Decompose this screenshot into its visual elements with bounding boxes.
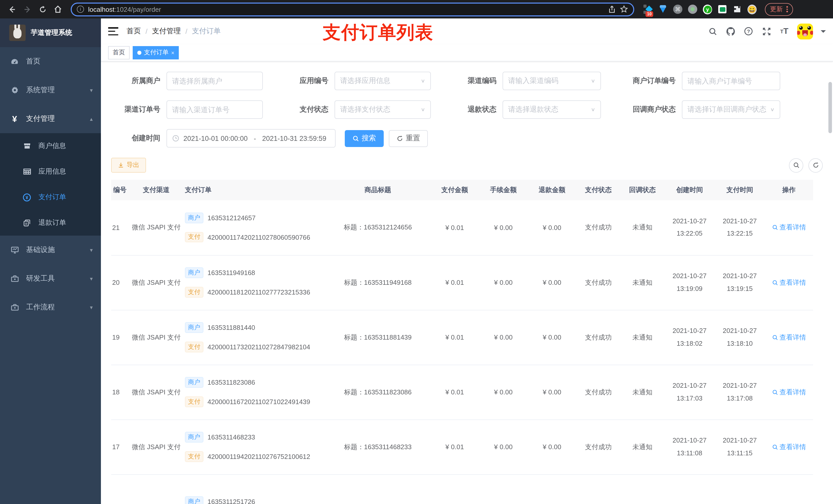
page-scrollbar-thumb[interactable] <box>828 82 832 133</box>
cell-fee: ¥ 0.00 <box>479 310 528 365</box>
table-row: 20 微信 JSAPI 支付 商户 1635311949168 支付 42000… <box>111 255 813 310</box>
sidebar-item-system[interactable]: 系统管理 ▾ <box>0 76 101 104</box>
view-detail-link[interactable]: 查看详情 <box>772 223 806 232</box>
export-button[interactable]: 导出 <box>111 158 146 173</box>
col-refund: 退款金额 <box>528 180 576 200</box>
extension-dev-icon[interactable]: 10 <box>643 5 653 14</box>
gear-icon <box>10 86 19 95</box>
sidebar-item-app-info[interactable]: 应用信息 <box>0 159 101 184</box>
font-size-icon[interactable]: TT <box>779 26 789 37</box>
sidebar-logo[interactable]: 芋道管理系统 <box>0 19 101 47</box>
fullscreen-icon[interactable] <box>761 26 771 37</box>
search-icon <box>772 224 778 231</box>
channel-order-no-input[interactable] <box>166 100 263 119</box>
cell-pay-order: 商户 1635312124657 支付 42000011742021102780… <box>183 200 325 255</box>
payment-submenu: 商户信息 应用信息 ¥ 支付订单 <box>0 133 101 236</box>
toggle-search-button[interactable] <box>789 158 803 172</box>
app-select[interactable]: 请选择应用信息 ∨ <box>335 72 431 90</box>
notify-status-select[interactable]: 请选择订单回调商户状态 ∨ <box>682 100 780 119</box>
share-icon[interactable] <box>608 5 616 13</box>
cell-status: 支付成功 <box>576 255 620 310</box>
bookmark-star-icon[interactable] <box>620 5 628 13</box>
merchant-order-no: 1635311823086 <box>208 379 255 386</box>
view-detail-link[interactable]: 查看详情 <box>772 333 806 342</box>
extension-gem-icon[interactable] <box>658 5 668 14</box>
search-icon <box>772 280 778 286</box>
tag-home[interactable]: 首页 <box>108 46 129 59</box>
cell-paid: 2021-10-2713:17:08 <box>715 365 765 419</box>
browser-home-button[interactable] <box>51 3 65 16</box>
date-range-picker[interactable]: 2021-10-01 00:00:00 - 2021-10-31 23:59:5… <box>166 129 336 147</box>
search-icon <box>353 135 359 142</box>
cell-channel: 微信 JSAPI 支付 <box>129 419 183 474</box>
date-start-value: 2021-10-01 00:00:00 <box>184 135 248 142</box>
search-icon[interactable] <box>708 26 718 37</box>
hamburger-icon[interactable] <box>108 27 118 35</box>
merchant-tag: 商户 <box>185 496 204 504</box>
filter-pay-status: 支付状态 请选择支付状态 ∨ <box>287 100 431 119</box>
merchant-order-no-input[interactable] <box>682 72 780 90</box>
table-row: 17 微信 JSAPI 支付 商户 1635311468233 支付 42000… <box>111 419 813 474</box>
search-button[interactable]: 搜索 <box>345 130 384 147</box>
cell-pay-order: 商户 1635311468233 支付 42000011942021102767… <box>183 419 325 474</box>
tag-close-icon[interactable]: × <box>171 49 174 55</box>
breadcrumb-home[interactable]: 首页 <box>126 27 141 36</box>
refresh-table-button[interactable] <box>808 158 823 172</box>
extension-y-icon[interactable]: y <box>703 5 712 14</box>
back-arrow-icon <box>8 5 16 13</box>
cell-amount: ¥ 0.01 <box>430 419 479 474</box>
sidebar-item-merchant-info[interactable]: 商户信息 <box>0 133 101 159</box>
sidebar-item-dev-tools[interactable]: 研发工具 ▾ <box>0 264 101 293</box>
view-detail-link[interactable]: 查看详情 <box>772 387 806 397</box>
address-bar[interactable]: i localhost:1024/pay/order <box>71 2 634 16</box>
sidebar-item-refund-order[interactable]: 退款订单 <box>0 210 101 236</box>
view-detail-link[interactable]: 查看详情 <box>772 442 806 452</box>
pay-order-no: 4200001174202110278060590766 <box>208 233 310 241</box>
sidebar-item-home[interactable]: 首页 <box>0 47 101 76</box>
browser-update-button[interactable]: 更新 <box>765 3 793 16</box>
extension-chat-icon[interactable] <box>718 5 727 14</box>
extensions-puzzle-icon[interactable] <box>733 5 742 14</box>
github-icon[interactable] <box>725 26 736 37</box>
sidebar-item-infra[interactable]: 基础设施 ▾ <box>0 236 101 264</box>
refund-status-select[interactable]: 请选择退款状态 ∨ <box>503 100 601 119</box>
filter-app: 应用编号 请选择应用信息 ∨ <box>287 72 431 90</box>
cell-amount: ¥ 0.01 <box>430 255 479 310</box>
profile-emoji-icon[interactable]: 😀 <box>747 5 757 14</box>
avatar-caret-icon[interactable] <box>821 30 826 35</box>
breadcrumb-section[interactable]: 支付管理 <box>152 27 181 36</box>
sidebar-item-payment[interactable]: ¥ 支付管理 ▴ <box>0 104 101 133</box>
cell-title: 标题：1635311823086 <box>325 365 430 419</box>
merchant-input[interactable] <box>166 72 263 90</box>
sidebar-item-label: 支付订单 <box>39 193 93 202</box>
filter-row-2: 渠道订单号 支付状态 请选择支付状态 ∨ 退款状态 <box>111 100 823 119</box>
cell-pay-order: 商户 1635311823086 支付 42000011672021102710… <box>183 365 325 419</box>
sidebar-item-pay-order[interactable]: ¥ 支付订单 <box>0 184 101 210</box>
pay-status-select[interactable]: 请选择支付状态 ∨ <box>335 100 431 119</box>
merchant-order-no: 1635311949168 <box>208 269 255 277</box>
browser-reload-button[interactable] <box>36 3 49 16</box>
help-icon[interactable]: ? <box>743 26 754 37</box>
reset-button[interactable]: 重置 <box>389 130 428 147</box>
sidebar-item-workflow[interactable]: 工作流程 ▾ <box>0 293 101 322</box>
view-detail-link[interactable]: 查看详情 <box>772 278 806 287</box>
merchant-tag: 商户 <box>185 377 204 388</box>
table-header: 编号 支付渠道 支付订单 商品标题 支付金额 手续金额 退款金额 支付状态 回调… <box>111 180 813 200</box>
browser-menu-icon[interactable] <box>786 6 788 12</box>
tag-pay-order[interactable]: 支付订单 × <box>133 46 179 59</box>
table-row: 21 微信 JSAPI 支付 商户 1635312124657 支付 42000… <box>111 200 813 255</box>
site-info-icon[interactable]: i <box>77 6 84 13</box>
user-avatar[interactable] <box>797 23 813 39</box>
cell-fee <box>479 474 528 504</box>
browser-back-button[interactable] <box>5 3 19 16</box>
cell-status <box>576 474 620 504</box>
merchant-tag: 商户 <box>185 432 204 442</box>
extension-dot-icon[interactable] <box>688 5 697 14</box>
channel-code-select[interactable]: 请输入渠道编码 ∨ <box>503 72 601 90</box>
browser-forward-button[interactable] <box>21 3 34 16</box>
cell-pay-order: 商户 1635311251726 支付 <box>183 474 325 504</box>
page-content: 所属商户 应用编号 请选择应用信息 ∨ 渠道编码 <box>101 62 833 504</box>
extension-command-icon[interactable]: ⌘ <box>673 5 682 14</box>
cell-refund: ¥ 0.00 <box>528 310 576 365</box>
search-icon <box>772 334 778 340</box>
